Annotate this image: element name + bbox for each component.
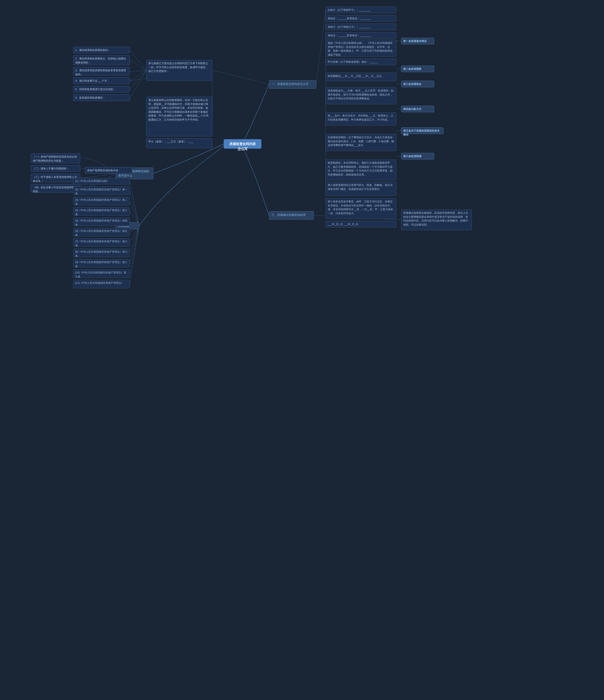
- law-5[interactable]: [5]《中华人民共和国城市房地产管理法》第四条: [73, 218, 130, 226]
- detail-r7: 甲方房屋（以下简称该房屋）地址：______: [326, 58, 396, 65]
- detail-r13: 按___支付，每月日支付，另付押金___元。租赁终止，乙方结清各项费用后，甲方将…: [326, 112, 396, 126]
- detail-r3: 承租方（以下简称乙方）：________: [326, 24, 396, 30]
- detail-r2: 身份证：______联系电话：________: [326, 15, 396, 22]
- sub-article9: 第九条提前终止合同租赁期间，任何一方提出终止合同，需提前__月书面通知对方，经双…: [146, 97, 212, 136]
- connector-svg: [0, 0, 604, 700]
- branch-3[interactable]: 三、房屋漏水找谁投诉处理: [269, 211, 314, 220]
- law-9[interactable]: [9]《中华人民共和国城市房地产管理法》第八条: [73, 259, 130, 268]
- law-1[interactable]: [1]《中华人民共和国民法典》: [73, 178, 130, 184]
- law-11[interactable]: [11]《中华人民共和国城市房地产管理法》: [73, 280, 130, 288]
- detail-r4: 身份证：______联系电话：________: [326, 32, 396, 39]
- mind-map: 房屋租赁合同内容怎么写 一、房屋租赁合同内容怎么写 二、房地产抵押权实现的条件是…: [0, 0, 604, 700]
- section-r14: 第五条关于房屋租赁期间的有关费用: [401, 127, 444, 134]
- detail-r18: 第八条租赁期间应注意电气防火、防盗、防触电、执行当地有关部门规定，造成损失由乙方…: [326, 182, 396, 196]
- branch-1[interactable]: 一、房屋租赁合同内容怎么写: [269, 80, 316, 89]
- sub-b2-1: （一）房地产抵押权的实现首先应以房地产抵押权的存在为前提；: [31, 153, 80, 163]
- law-7[interactable]: [7]《中华人民共和国城市房地产管理法》第六条: [73, 238, 130, 247]
- law-8[interactable]: [8]《中华人民共和国城市房地产管理法》第七条: [73, 249, 130, 257]
- detail-r17: 租赁期满后，本合同即终止。届时乙方须将房屋退还甲方，如乙方要求继续租赁，则须提前…: [326, 159, 396, 180]
- section-r8: 第二条租赁期限: [401, 66, 434, 72]
- sub-b2-intro: 房地产抵押权实现的条件是：: [85, 167, 132, 174]
- sub-article7: 第七条因乙方责任提止合同的约定乙方有下列情形之一的，甲方可终止合同并收回房屋，造…: [146, 60, 212, 81]
- section-r12: 第四条付款方式: [401, 106, 434, 112]
- sub-sign: 甲方（签章）：___乙方（签章）：___: [146, 138, 212, 148]
- sub-item-3: 3、擅自改变承租房屋结构或改变承租房屋用途的；: [73, 67, 130, 75]
- sub-item-6: 6、故意损坏承租房屋的；: [73, 94, 130, 101]
- law-10[interactable]: [10]《中华人民共和国城市房地产管理法》第九条: [73, 270, 130, 278]
- law-6[interactable]: [6]《中华人民共和国城市房地产管理法》第五条: [73, 228, 130, 236]
- detail-r20: ___年_月_日 ___年_月_日: [326, 221, 396, 227]
- detail-r19: 第十条本合同未尽事宜，由甲、乙双方另行议定，并签定补充协议。补充协议与本合同不一…: [326, 198, 396, 219]
- detail-r9: 租赁期限自___年__月__日至___年__月__日止。: [326, 73, 396, 81]
- law-3[interactable]: [3]《中华人民共和国城市房地产管理法》第二条: [73, 197, 130, 205]
- sub-item-2: 2、擅自将承租的房屋转让、转借他人或擅自调换使用的；: [73, 55, 130, 65]
- section-r6: 第一条房屋基本情况: [401, 38, 434, 44]
- sub-b2-3: （三）对于债权人未受清偿抵押权人没有过失；: [31, 174, 80, 182]
- detail-r5: 根据《中华人民共和国民法典》、《中华人民共和国城市房地产管理法》及其他有关法律法…: [326, 40, 396, 57]
- detail-r11: 该房屋租金为___元整，每月___元人民币。租赁期间，如遇市场变化，双方可另行协…: [326, 87, 396, 104]
- sub-b2-4: （四）发生当事人约定的实现抵押权的情形。: [31, 184, 80, 193]
- section-r10: 第三条房屋租金: [401, 81, 434, 87]
- law-4[interactable]: [4]《中华人民共和国城市房地产管理法》第三条: [73, 207, 130, 216]
- central-node: 房屋租赁合同内容怎么写: [224, 139, 261, 149]
- sub-item-1: 1、擅自将承租的房屋转租的；: [73, 47, 130, 53]
- sub-b2-2: （二）债务人不履行到期债务；: [31, 165, 80, 172]
- law-2[interactable]: [2]《中华人民共和国城市房地产管理法》第一条: [73, 186, 130, 195]
- detail-r15: 在房屋租赁期间，以下费用由乙方支付，并由乙方承担短期付款的违约责任：1.水、电费…: [326, 134, 396, 151]
- sub-item-5: 5、利用承租房屋进行违法活动的；: [73, 86, 130, 93]
- sub-item-4: 4、拖欠租金累计达___个月；: [73, 77, 130, 84]
- detail-b3: 房屋漏水如果是在修缮前，应该由开发商负责，租住上方的业主要警惕业委会章程中是否有…: [401, 209, 472, 230]
- section-r16: 第六条租赁期满: [401, 153, 434, 159]
- detail-r1: 出租方（以下简称甲方）：________: [326, 7, 396, 13]
